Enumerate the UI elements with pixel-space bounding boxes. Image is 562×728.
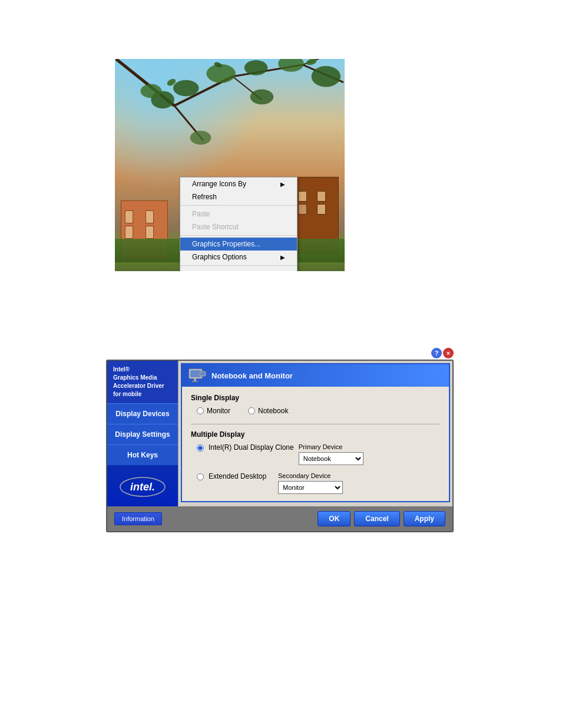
submenu-arrow-2: ▶ [280,254,285,261]
context-menu-item-refresh[interactable]: Refresh [180,190,297,203]
dialog-title: Notebook and Monitor [211,371,293,380]
dialog-action-buttons: OK Cancel Apply [318,511,445,526]
secondary-device-select[interactable]: Monitor Notebook [278,481,343,494]
sidebar-item-display-settings[interactable]: Display Settings [107,424,178,444]
sidebar-item-display-devices[interactable]: Display Devices [107,403,178,424]
cancel-button[interactable]: Cancel [354,511,399,526]
single-display-radio-group: Monitor Notebook [191,407,440,415]
content-border: Notebook and Monitor Single Display Moni… [181,363,450,502]
context-menu-item-paste[interactable]: Paste [180,207,297,220]
desktop-screenshot-area: Arrange Icons By ▶ Refresh Paste Paste S… [115,59,345,271]
submenu-arrow: ▶ [280,181,285,187]
main-content-area: Notebook and Monitor Single Display Moni… [178,361,452,506]
radio-item-monitor: Monitor [197,407,230,415]
ok-button[interactable]: OK [318,511,351,526]
content-body: Single Display Monitor Notebook [182,387,449,501]
secondary-device-label: Secondary Device [278,472,343,479]
intel-brand-area: Intel® Graphics Media Accelerator Driver… [107,361,178,403]
close-button[interactable]: × [443,348,454,358]
separator-3 [180,265,297,266]
radio-dual-clone[interactable] [197,444,204,452]
sidebar: Intel® Graphics Media Accelerator Driver… [107,361,178,506]
separator-1 [180,205,297,206]
context-menu-item-arrange[interactable]: Arrange Icons By ▶ [180,177,297,190]
dialog-body: Intel® Graphics Media Accelerator Driver… [107,361,452,506]
context-menu-item-graphics-options[interactable]: Graphics Options ▶ [180,251,297,263]
help-button[interactable]: ? [431,348,442,358]
intel-logo-area: intel. [107,465,178,506]
dialog-bottom-bar: Information OK Cancel Apply [107,506,452,531]
dialog-inner: Intel® Graphics Media Accelerator Driver… [107,361,452,531]
svg-text:intel.: intel. [130,481,155,493]
apply-button[interactable]: Apply [404,511,445,526]
single-display-title: Single Display [191,394,440,402]
radio-notebook-label: Notebook [258,407,288,415]
separator-2 [180,235,297,236]
radio-extended-desktop[interactable] [197,473,204,480]
content-header: Notebook and Monitor [182,364,449,387]
context-menu: Arrange Icons By ▶ Refresh Paste Paste S… [180,177,297,271]
primary-device-label: Primary Device [299,443,363,450]
primary-device-select[interactable]: Notebook Monitor [299,452,363,465]
dialog-outer-frame: Intel® Graphics Media Accelerator Driver… [106,360,454,532]
context-menu-item-new[interactable]: New ▶ [180,268,297,271]
context-menu-item-paste-shortcut[interactable]: Paste Shortcut [180,220,297,233]
intel-logo-svg: intel. [119,474,166,498]
context-menu-item-graphics-properties[interactable]: Graphics Properties... [180,238,297,251]
svg-rect-26 [200,372,205,375]
radio-item-notebook: Notebook [248,407,288,415]
multiple-display-title: Multiple Display [191,430,440,439]
radio-monitor-label: Monitor [207,407,230,415]
submenu-arrow-3: ▶ [280,271,285,272]
section-divider [191,424,440,424]
desktop-photo: Arrange Icons By ▶ Refresh Paste Paste S… [115,59,345,271]
svg-rect-23 [194,378,196,381]
extended-desktop-label: Extended Desktop [209,472,273,480]
sidebar-item-hot-keys[interactable]: Hot Keys [107,444,178,465]
information-button[interactable]: Information [114,512,162,525]
radio-notebook[interactable] [248,407,255,414]
dialog-top-controls: ? × [106,348,454,358]
intel-graphics-dialog: ? × Intel® Graphics Media Accelerator Dr… [106,348,454,532]
radio-monitor[interactable] [197,407,204,414]
intel-brand-text: Intel® Graphics Media Accelerator Driver… [113,365,172,398]
monitor-icon [188,368,207,383]
dual-clone-label: Intel(R) Dual Display Clone [209,443,294,452]
svg-rect-24 [192,381,198,382]
svg-rect-22 [190,370,201,377]
